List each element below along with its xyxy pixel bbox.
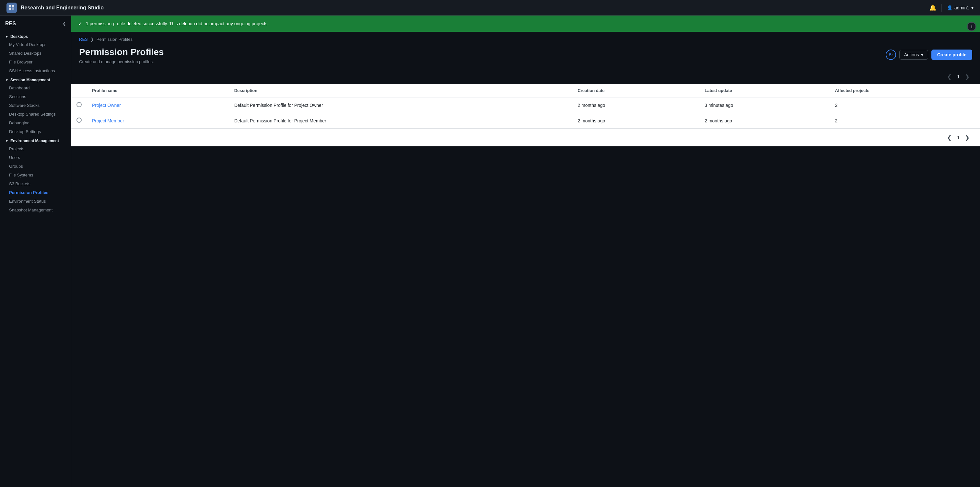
sidebar-item-snapshot-management[interactable]: Snapshot Management	[0, 206, 71, 214]
row-select-cell	[71, 97, 87, 113]
main-layout: RES ❮ ▼ Desktops My Virtual Desktops Sha…	[0, 16, 980, 487]
breadcrumb-root[interactable]: RES	[79, 37, 88, 42]
latest-update-cell: 2 months ago	[699, 113, 830, 128]
permission-profiles-table: Profile name Description Creation date L…	[71, 84, 980, 128]
user-icon: 👤	[947, 5, 953, 10]
breadcrumb-current: Permission Profiles	[97, 37, 132, 42]
col-affected-projects: Affected projects	[830, 84, 980, 97]
page-title: Permission Profiles	[79, 47, 164, 57]
description-cell: Default Permission Profile for Project M…	[229, 113, 573, 128]
page-header: Permission Profiles Create and manage pe…	[71, 44, 980, 69]
actions-label: Actions	[904, 52, 919, 57]
section-label: Environment Management	[10, 139, 59, 143]
col-profile-name: Profile name	[87, 84, 229, 97]
pagination-bottom: ❮ 1 ❯	[71, 128, 980, 146]
sidebar-item-projects[interactable]: Projects	[0, 144, 71, 153]
affected-projects-cell: 2	[830, 97, 980, 113]
chevron-down-icon: ▼	[5, 78, 8, 82]
description-cell: Default Permission Profile for Project O…	[229, 97, 573, 113]
chevron-down-icon: ▼	[5, 139, 8, 143]
pagination-top: ❮ 1 ❯	[71, 69, 980, 84]
actions-button[interactable]: Actions ▾	[899, 50, 928, 60]
table-row: Project Member Default Permission Profil…	[71, 113, 980, 128]
topbar: Research and Engineering Studio 🔔 👤 admi…	[0, 0, 980, 16]
svg-rect-3	[12, 8, 14, 10]
sidebar-title: RES	[5, 21, 16, 27]
page-subtitle: Create and manage permission profiles.	[79, 59, 164, 64]
sidebar: RES ❮ ▼ Desktops My Virtual Desktops Sha…	[0, 16, 71, 487]
sidebar-item-software-stacks[interactable]: Software Stacks	[0, 101, 71, 110]
page-number-bottom: 1	[957, 135, 959, 140]
svg-rect-1	[12, 5, 14, 8]
table-container: Profile name Description Creation date L…	[71, 84, 980, 146]
page-content: RES ❯ Permission Profiles Permission Pro…	[71, 32, 980, 487]
col-latest-update: Latest update	[699, 84, 830, 97]
sidebar-section-environment-management[interactable]: ▼ Environment Management	[0, 136, 71, 144]
col-select	[71, 84, 87, 97]
page-number: 1	[957, 74, 959, 79]
banner-message: 1 permission profile deleted successfull…	[86, 21, 269, 26]
sidebar-section-session-management[interactable]: ▼ Session Management	[0, 75, 71, 84]
success-check-icon: ✓	[78, 20, 83, 27]
sidebar-item-permission-profiles[interactable]: Permission Profiles	[0, 188, 71, 197]
section-label: Desktops	[10, 34, 28, 39]
sidebar-item-s3-buckets[interactable]: S3 Buckets	[0, 179, 71, 188]
prev-page-button-bottom[interactable]: ❮	[944, 133, 955, 143]
sidebar-item-groups[interactable]: Groups	[0, 162, 71, 171]
page-header-left: Permission Profiles Create and manage pe…	[79, 47, 164, 64]
latest-update-cell: 3 minutes ago	[699, 97, 830, 113]
app-title: Research and Engineering Studio	[21, 5, 104, 11]
breadcrumb-separator: ❯	[91, 37, 94, 42]
col-description: Description	[229, 84, 573, 97]
section-label: Session Management	[10, 78, 50, 82]
row-radio-button[interactable]	[76, 117, 82, 123]
sidebar-item-shared-desktops[interactable]: Shared Desktops	[0, 49, 71, 58]
col-creation-date: Creation date	[572, 84, 699, 97]
profile-name-link[interactable]: Project Owner	[92, 103, 121, 108]
sidebar-item-desktop-settings[interactable]: Desktop Settings	[0, 127, 71, 136]
svg-rect-0	[9, 5, 11, 8]
breadcrumb: RES ❯ Permission Profiles	[71, 32, 980, 44]
sidebar-collapse-button[interactable]: ❮	[62, 21, 66, 26]
sidebar-item-file-systems[interactable]: File Systems	[0, 171, 71, 179]
affected-projects-cell: 2	[830, 113, 980, 128]
next-page-button-bottom[interactable]: ❯	[962, 133, 972, 143]
actions-dropdown-icon: ▾	[921, 52, 923, 57]
sidebar-item-users[interactable]: Users	[0, 153, 71, 162]
next-page-button[interactable]: ❯	[962, 72, 972, 82]
profile-name-link[interactable]: Project Member	[92, 118, 124, 124]
sidebar-item-dashboard[interactable]: Dashboard	[0, 84, 71, 92]
user-menu[interactable]: 👤 admin1 ▾	[947, 5, 974, 10]
info-icon[interactable]: ℹ	[967, 22, 976, 31]
user-dropdown-icon: ▾	[971, 5, 974, 10]
sidebar-item-debugging[interactable]: Debugging	[0, 119, 71, 127]
refresh-button[interactable]: ↻	[886, 49, 896, 60]
sidebar-item-file-browser[interactable]: File Browser	[0, 58, 71, 67]
sidebar-item-my-virtual-desktops[interactable]: My Virtual Desktops	[0, 40, 71, 49]
row-radio-button[interactable]	[76, 102, 82, 107]
topbar-right: 🔔 👤 admin1 ▾	[929, 4, 974, 12]
svg-rect-2	[9, 8, 11, 10]
creation-date-cell: 2 months ago	[572, 113, 699, 128]
create-profile-button[interactable]: Create profile	[931, 49, 972, 60]
row-select-cell	[71, 113, 87, 128]
sidebar-header: RES ❮	[0, 21, 71, 32]
notification-icon[interactable]: 🔔	[929, 4, 936, 11]
sidebar-section-desktops[interactable]: ▼ Desktops	[0, 32, 71, 40]
prev-page-button[interactable]: ❮	[944, 72, 955, 82]
sidebar-item-desktop-shared-settings[interactable]: Desktop Shared Settings	[0, 110, 71, 119]
profile-name-cell: Project Member	[87, 113, 229, 128]
sidebar-item-sessions[interactable]: Sessions	[0, 92, 71, 101]
profile-name-cell: Project Owner	[87, 97, 229, 113]
username: admin1	[955, 5, 969, 10]
sidebar-item-ssh-access[interactable]: SSH Access Instructions	[0, 67, 71, 75]
table-header-row: Profile name Description Creation date L…	[71, 84, 980, 97]
sidebar-item-environment-status[interactable]: Environment Status	[0, 197, 71, 206]
chevron-down-icon: ▼	[5, 35, 8, 38]
page-header-right: ↻ Actions ▾ Create profile	[886, 49, 972, 60]
success-banner: ✓ 1 permission profile deleted successfu…	[71, 16, 980, 32]
topbar-left: Research and Engineering Studio	[6, 3, 104, 13]
content-area: ✓ 1 permission profile deleted successfu…	[71, 16, 980, 487]
table-row: Project Owner Default Permission Profile…	[71, 97, 980, 113]
app-logo	[6, 3, 17, 13]
